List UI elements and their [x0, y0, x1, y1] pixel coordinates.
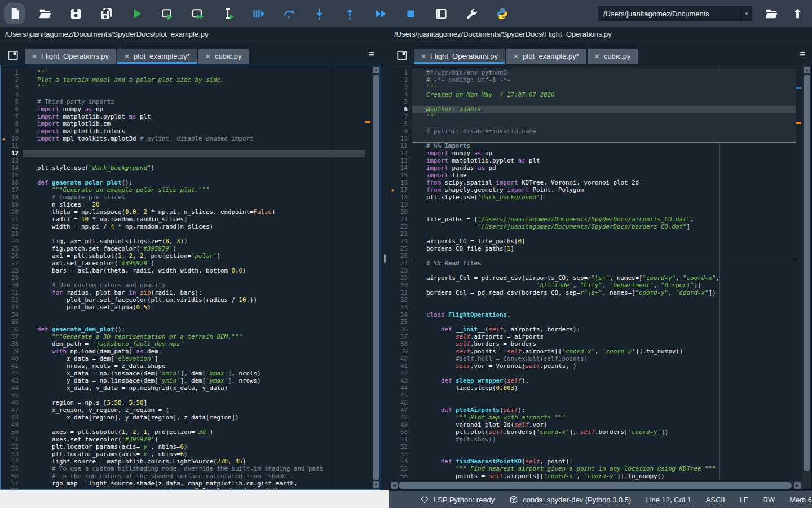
scroll-left-button[interactable]: ◀	[391, 482, 398, 489]
line-number[interactable]: 14	[390, 164, 412, 172]
code-line[interactable]: light_source = matplotlib.colors.LightSo…	[23, 458, 365, 465]
code-line[interactable]: # %% Read files	[412, 260, 796, 267]
line-number[interactable]: 2	[1, 76, 23, 84]
code-line[interactable]	[412, 318, 796, 326]
code-line[interactable]: "/Users/juanitagomez/Documents/SpyderDoc…	[412, 223, 796, 230]
code-line[interactable]: axes.set_facecolor('#395979')	[23, 436, 365, 443]
lsp-status[interactable]: LSP Python: ready	[420, 495, 495, 504]
vertical-scrollbar[interactable]: ▲ ▼	[371, 65, 381, 489]
scroll-right-button[interactable]: ▶	[794, 482, 801, 489]
code-line[interactable]: def sleep_wrapper(self):	[412, 377, 796, 384]
line-number[interactable]: 25	[390, 245, 412, 252]
line-number[interactable]: 50	[1, 428, 23, 436]
code-line[interactable]: import time	[412, 172, 796, 179]
save-all-button[interactable]	[99, 7, 113, 20]
code-line[interactable]: plt.style.use('dark_background')	[412, 194, 796, 201]
code-line[interactable]: with np.load(dem_path) as dem:	[23, 348, 365, 355]
code-line[interactable]	[23, 91, 365, 98]
line-number[interactable]: ▲10	[1, 135, 23, 142]
cursor-scroll-flag[interactable]	[796, 87, 801, 89]
code-line[interactable]: def generate_dem_plot():	[23, 326, 365, 333]
line-number[interactable]: 17	[1, 186, 23, 194]
line-number[interactable]: 56	[390, 472, 412, 480]
code-line[interactable]: nrows, ncols = z_data.shape	[23, 362, 365, 370]
line-number[interactable]: 21	[390, 216, 412, 223]
line-number[interactable]: 27	[390, 260, 412, 267]
scrollbar-thumb[interactable]	[804, 75, 810, 471]
line-number[interactable]: 4	[1, 91, 23, 98]
code-line[interactable]: borders_Col = pd.read_csv(borders_CO, se…	[412, 289, 796, 296]
code-line[interactable]: airports_Col = pd.read_csv(airports_CO, …	[412, 274, 796, 282]
line-number[interactable]: 48	[1, 414, 23, 421]
code-line[interactable]	[412, 304, 796, 311]
line-number[interactable]: 9	[1, 128, 23, 135]
line-number[interactable]: 15	[390, 172, 412, 179]
code-line[interactable]: """	[412, 84, 796, 91]
line-number[interactable]: 11	[390, 142, 412, 150]
line-number[interactable]: 30	[1, 282, 23, 289]
line-number[interactable]: 55	[1, 465, 23, 472]
code-line[interactable]: plt.plot(self.borders['coord-x'], self.b…	[412, 428, 796, 436]
code-line[interactable]: theta = np.linspace(0.0, 2 * np.pi, n_sl…	[23, 208, 365, 216]
line-number[interactable]: 45	[1, 392, 23, 399]
line-number[interactable]: 41	[1, 362, 23, 370]
code-line[interactable]: import matplotlib.pyplot as plt	[412, 157, 796, 164]
line-number[interactable]: 4	[390, 91, 412, 98]
code-line[interactable]	[412, 120, 796, 128]
line-number[interactable]: 54	[1, 458, 23, 465]
line-number[interactable]: 5	[390, 98, 412, 106]
tab-cubic.py[interactable]: ✕cubic.py	[588, 49, 638, 64]
line-number[interactable]: 26	[1, 252, 23, 260]
line-number[interactable]: 12	[1, 150, 23, 157]
line-number[interactable]: 11	[1, 142, 23, 150]
line-number[interactable]: 18	[1, 194, 23, 201]
code-line[interactable]: plt.style.use("dark_background")	[23, 164, 365, 172]
code-line[interactable]: self.vor = Voronoi(self.points, )	[412, 362, 796, 370]
code-line[interactable]	[412, 230, 796, 238]
step-into-button[interactable]	[312, 7, 326, 20]
code-line[interactable]: # Third party imports	[23, 98, 365, 106]
code-line[interactable]: 'Altitude', "City", "Department", "Airpo…	[412, 282, 796, 289]
line-number[interactable]: 7	[390, 113, 412, 120]
pane-splitter[interactable]	[381, 27, 389, 490]
line-number[interactable]: 26	[390, 252, 412, 260]
line-number-gutter[interactable]: 12345678910111213141516▲1718192021222324…	[390, 65, 412, 489]
line-number[interactable]: 36	[390, 326, 412, 333]
line-number[interactable]: 1	[1, 69, 23, 76]
line-number[interactable]: 53	[1, 450, 23, 458]
code-line[interactable]	[412, 399, 796, 406]
code-line[interactable]: Created on Mon May 4 17:07:07 2020	[412, 91, 796, 98]
code-line[interactable]: radii = 10 * np.random.rand(n_slices)	[23, 216, 365, 223]
code-line[interactable]: """	[23, 69, 365, 76]
code-line[interactable]	[23, 157, 365, 164]
line-number[interactable]: 24	[390, 238, 412, 245]
line-number[interactable]: 46	[390, 399, 412, 406]
line-number[interactable]: 23	[390, 230, 412, 238]
line-number[interactable]: 49	[390, 421, 412, 428]
code-line[interactable]: fig.patch.set_facecolor('#395979')	[23, 245, 365, 252]
code-line[interactable]	[412, 201, 796, 208]
code-line[interactable]: def generate_polar_plot():	[23, 179, 365, 186]
line-number[interactable]: 16	[1, 179, 23, 186]
code-line[interactable]: rgb_map = light_source.shade(z_data, cma…	[23, 480, 365, 487]
code-editor[interactable]: 123456789▲101112131415161718192021222324…	[0, 65, 381, 490]
code-line[interactable]: # pylint: disable=invalid-name	[412, 128, 796, 135]
line-number[interactable]: 57	[1, 480, 23, 487]
code-line[interactable]: z_data = dem['elevation']	[23, 355, 365, 362]
line-number[interactable]: 47	[390, 406, 412, 414]
code-line[interactable]: # Compute pie slices	[23, 194, 365, 201]
code-line[interactable]: plot_bar.set_alpha(0.5)	[23, 304, 365, 311]
line-number[interactable]: 37	[390, 333, 412, 340]
line-number[interactable]: 29	[390, 274, 412, 282]
code-line[interactable]: Plot a terrain model and a polar plot si…	[23, 76, 365, 84]
code-line[interactable]: time.sleep(0.003)	[412, 384, 796, 392]
code-line[interactable]: # -*- coding: utf-8 -*-	[412, 76, 796, 84]
code-line[interactable]	[412, 370, 796, 377]
preferences-button[interactable]	[465, 7, 478, 20]
line-number[interactable]: 14	[1, 164, 23, 172]
line-number[interactable]: 42	[390, 370, 412, 377]
code-line[interactable]	[23, 230, 365, 238]
line-number[interactable]: 39	[390, 348, 412, 355]
code-line[interactable]: import pandas as pd	[412, 164, 796, 172]
line-number[interactable]: 22	[1, 223, 23, 230]
